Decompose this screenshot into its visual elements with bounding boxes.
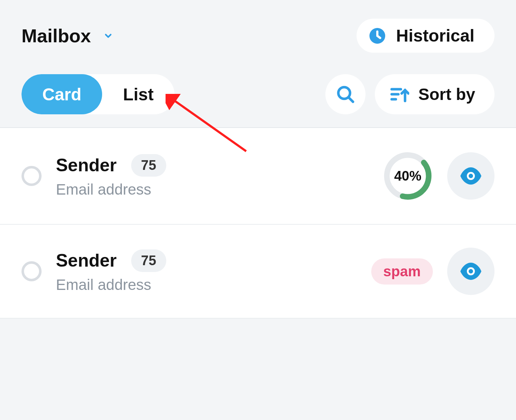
chevron-down-icon (103, 31, 113, 41)
svg-point-10 (469, 174, 473, 178)
search-button[interactable] (325, 74, 366, 114)
spam-badge: spam (371, 258, 433, 285)
sender-email: Email address (56, 181, 368, 198)
view-list-button[interactable]: List (102, 74, 174, 114)
count-badge: 75 (131, 154, 166, 177)
select-radio[interactable] (22, 261, 42, 281)
sort-button[interactable]: Sort by (375, 74, 494, 114)
view-card-button[interactable]: Card (22, 74, 102, 114)
header: Mailbox Historical (0, 0, 516, 53)
eye-icon (459, 260, 482, 283)
list-item[interactable]: Sender 75 Email address 40% (0, 128, 516, 225)
row-main: Sender 75 Email address (56, 154, 368, 198)
view-toggle: Card List (22, 74, 175, 114)
select-radio[interactable] (22, 166, 42, 186)
search-icon (335, 84, 355, 104)
mail-list: Sender 75 Email address 40% Sender (0, 127, 516, 319)
count-badge: 75 (131, 249, 166, 272)
clock-icon (369, 27, 386, 44)
sender-email: Email address (56, 276, 357, 293)
sort-label: Sort by (419, 85, 475, 104)
historical-label: Historical (396, 26, 474, 46)
page-title: Mailbox (22, 25, 91, 47)
progress-ring: 40% (383, 151, 433, 201)
view-button[interactable] (447, 152, 494, 200)
svg-point-12 (469, 269, 473, 273)
progress-text: 40% (383, 151, 433, 201)
sort-icon (389, 84, 409, 104)
row-main: Sender 75 Email address (56, 249, 357, 293)
list-item[interactable]: Sender 75 Email address spam (0, 225, 516, 319)
svg-line-2 (348, 97, 353, 102)
view-button[interactable] (447, 248, 494, 295)
sender-name: Sender (56, 155, 117, 176)
historical-button[interactable]: Historical (357, 19, 494, 53)
eye-icon (459, 164, 482, 187)
toolbar: Card List Sort by (22, 74, 494, 114)
title-dropdown[interactable]: Mailbox (22, 25, 113, 47)
sender-name: Sender (56, 250, 117, 271)
